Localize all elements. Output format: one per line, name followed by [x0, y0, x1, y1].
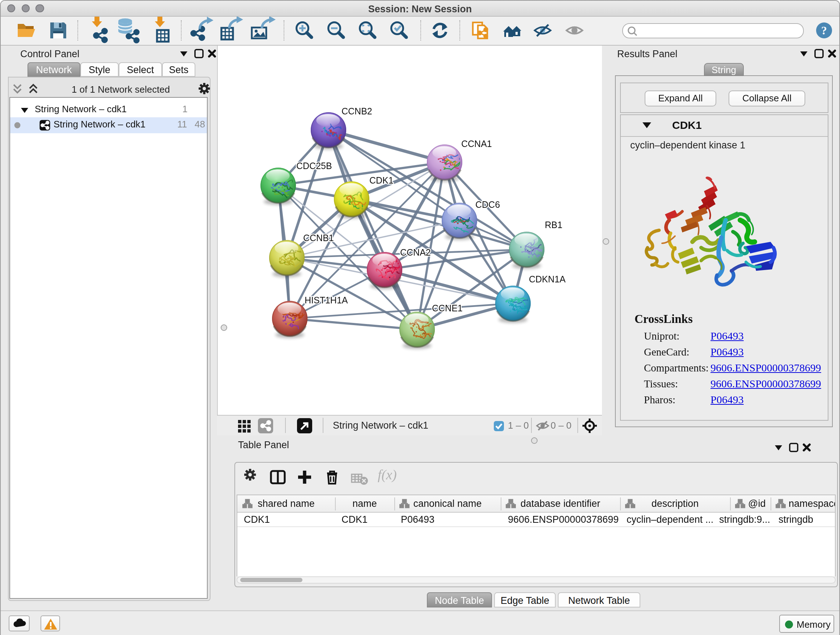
svg-text:CCNA2: CCNA2 — [400, 247, 431, 257]
svg-text:?: ? — [821, 24, 827, 37]
svg-text:CCNA1: CCNA1 — [461, 139, 492, 149]
svg-text:CCNE1: CCNE1 — [432, 303, 463, 313]
svg-text:HIST1H1A: HIST1H1A — [305, 295, 348, 305]
svg-text:CCNB2: CCNB2 — [341, 106, 372, 116]
svg-text:CDKN1A: CDKN1A — [529, 274, 566, 284]
svg-text:CDC25B: CDC25B — [296, 161, 332, 171]
svg-text:RB1: RB1 — [545, 220, 562, 230]
svg-text:CCNB1: CCNB1 — [303, 233, 334, 243]
svg-text:CDK1: CDK1 — [369, 175, 393, 185]
svg-text:CDC6: CDC6 — [475, 200, 500, 210]
